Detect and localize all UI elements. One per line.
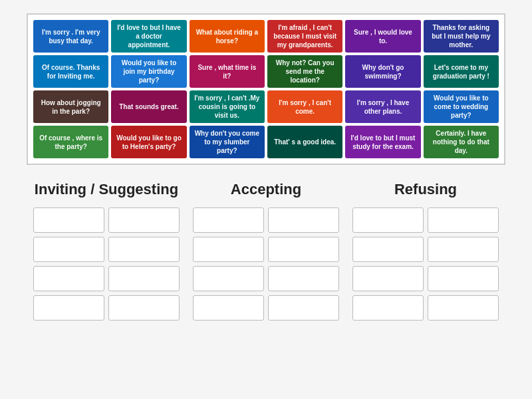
drop-box-2-4[interactable] [352, 266, 424, 291]
category-1: Accepting [186, 181, 346, 321]
drop-grid-2 [346, 207, 505, 321]
phrase-card-10[interactable]: Why don't go swimming? [345, 55, 420, 88]
phrase-card-7[interactable]: Would you like to join my birthday party… [111, 55, 186, 88]
phrase-card-19[interactable]: Would you like to go to Helen's party? [111, 126, 186, 158]
drop-box-1-7[interactable] [268, 295, 339, 321]
category-title-2: Refusing [394, 181, 457, 198]
categories-section: Inviting / SuggestingAcceptingRefusing [27, 181, 505, 321]
drop-box-1-0[interactable] [193, 207, 264, 233]
phrase-card-14[interactable]: I'm sorry , I can't .My cousin is going … [190, 90, 265, 123]
phrase-card-21[interactable]: That' s a good idea. [267, 126, 342, 158]
category-0: Inviting / Suggesting [27, 181, 186, 321]
drop-grid-0 [27, 207, 186, 321]
phrase-card-16[interactable]: I'm sorry , I have other plans. [345, 90, 420, 123]
phrase-card-0[interactable]: I'm sorry . I'm very busy that day. [33, 20, 108, 53]
phrase-card-3[interactable]: I'm afraid , I can't because I must visi… [267, 20, 342, 53]
drop-box-0-7[interactable] [108, 295, 180, 321]
drop-box-2-0[interactable] [352, 207, 424, 233]
phrase-card-11[interactable]: Let's come to my graduation party ! [424, 55, 499, 88]
drop-box-2-6[interactable] [352, 295, 424, 321]
drop-grid-1 [186, 207, 346, 321]
drop-box-1-6[interactable] [193, 295, 264, 321]
phrase-card-12[interactable]: How about jogging in the park? [33, 90, 108, 123]
category-title-1: Accepting [231, 181, 301, 198]
drop-box-1-3[interactable] [268, 237, 339, 262]
category-2: Refusing [346, 181, 505, 321]
drop-box-2-2[interactable] [352, 237, 424, 262]
phrase-card-8[interactable]: Sure , what time is it? [190, 55, 265, 88]
drop-box-1-1[interactable] [268, 207, 339, 233]
phrase-grid: I'm sorry . I'm very busy that day.I'd l… [27, 13, 505, 165]
drop-box-0-0[interactable] [33, 207, 104, 233]
phrase-card-22[interactable]: I'd love to but I must study for the exa… [345, 126, 420, 158]
drop-box-0-1[interactable] [108, 207, 180, 233]
phrase-card-6[interactable]: Of course. Thanks for Inviting me. [33, 55, 108, 88]
drop-box-0-6[interactable] [33, 295, 104, 321]
phrase-card-1[interactable]: I'd love to but I have a doctor appointm… [111, 20, 186, 53]
drop-box-0-3[interactable] [108, 237, 180, 262]
phrase-card-2[interactable]: What about riding a horse? [190, 20, 265, 53]
drop-box-2-7[interactable] [428, 295, 499, 321]
phrase-card-5[interactable]: Thanks for asking but I must help my mot… [424, 20, 499, 53]
drop-box-2-5[interactable] [428, 266, 499, 291]
phrase-card-20[interactable]: Why don't you come to my slumber party? [190, 126, 265, 158]
phrase-card-23[interactable]: Certainly. I have nothing to do that day… [424, 126, 499, 158]
phrase-card-15[interactable]: I'm sorry , I can't come. [267, 90, 342, 123]
phrase-card-4[interactable]: Sure , I would love to. [345, 20, 420, 53]
phrase-card-18[interactable]: Of course , where is the party? [33, 126, 108, 158]
drop-box-1-5[interactable] [268, 266, 339, 291]
drop-box-0-4[interactable] [33, 266, 104, 291]
phrase-card-9[interactable]: Why not? Can you send me the location? [267, 55, 342, 88]
phrase-card-13[interactable]: That sounds great. [111, 90, 186, 123]
category-title-0: Inviting / Suggesting [35, 181, 178, 198]
drop-box-0-5[interactable] [108, 266, 180, 291]
drop-box-2-1[interactable] [428, 207, 499, 233]
drop-box-2-3[interactable] [428, 237, 499, 262]
drop-box-1-4[interactable] [193, 266, 264, 291]
drop-box-0-2[interactable] [33, 237, 104, 262]
phrase-card-17[interactable]: Would you like to come to wedding party? [424, 90, 499, 123]
drop-box-1-2[interactable] [193, 237, 264, 262]
